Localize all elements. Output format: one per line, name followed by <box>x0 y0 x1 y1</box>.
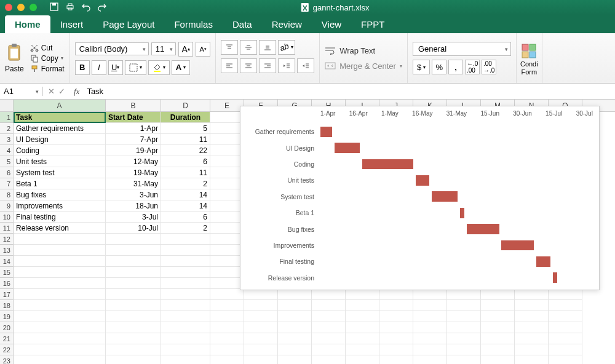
select-all-corner[interactable] <box>0 100 14 112</box>
cell[interactable] <box>106 234 161 245</box>
merge-center-button[interactable]: Merge & Center▾ <box>325 61 402 71</box>
cell[interactable] <box>379 300 413 311</box>
redo-icon[interactable] <box>97 2 107 14</box>
cell[interactable] <box>210 189 244 200</box>
cell[interactable]: Release version <box>14 223 106 234</box>
cell[interactable] <box>312 289 346 300</box>
cell[interactable]: Final testing <box>14 212 106 223</box>
decrease-indent-button[interactable] <box>278 58 295 73</box>
cell[interactable] <box>210 112 244 123</box>
cell[interactable] <box>210 300 244 311</box>
row-header-13[interactable]: 13 <box>0 245 14 256</box>
row-header-14[interactable]: 14 <box>0 256 14 267</box>
cell[interactable] <box>106 245 161 256</box>
cell[interactable]: 11 <box>161 134 210 145</box>
print-icon[interactable] <box>65 2 75 14</box>
cell[interactable] <box>210 123 244 134</box>
cell[interactable]: Coding <box>14 145 106 156</box>
cell[interactable] <box>161 289 210 300</box>
cell[interactable]: Gather requirements <box>14 123 106 134</box>
cell[interactable]: UI Design <box>14 134 106 145</box>
cell[interactable] <box>515 300 549 311</box>
currency-button[interactable]: $▾ <box>413 60 430 74</box>
cell[interactable] <box>210 267 244 278</box>
cell[interactable]: 3-Jun <box>106 189 161 200</box>
cell[interactable] <box>210 322 244 333</box>
cell[interactable] <box>210 167 244 178</box>
increase-font-button[interactable]: A▴ <box>178 42 193 57</box>
wrap-text-button[interactable]: Wrap Text <box>325 46 402 55</box>
cell[interactable] <box>278 289 312 300</box>
cell[interactable] <box>210 145 244 156</box>
fill-color-button[interactable]: ▾ <box>148 60 170 75</box>
cell[interactable] <box>278 300 312 311</box>
chart-bar[interactable] <box>553 272 558 283</box>
cell[interactable] <box>161 267 210 278</box>
cell[interactable] <box>346 333 379 344</box>
save-icon[interactable] <box>49 2 59 14</box>
cell[interactable] <box>14 267 106 278</box>
cell[interactable] <box>278 311 312 322</box>
row-header-18[interactable]: 18 <box>0 300 14 311</box>
cell[interactable] <box>413 333 447 344</box>
tab-insert[interactable]: Insert <box>50 15 93 33</box>
cell[interactable] <box>312 322 346 333</box>
cell[interactable] <box>106 311 161 322</box>
cell[interactable] <box>447 289 481 300</box>
cell[interactable] <box>161 322 210 333</box>
cell[interactable]: 5 <box>161 123 210 134</box>
cell[interactable]: Improvements <box>14 200 106 212</box>
cell[interactable] <box>14 300 106 311</box>
bold-button[interactable]: B <box>75 60 90 75</box>
cancel-formula-icon[interactable]: ✕ <box>48 87 55 96</box>
cell[interactable] <box>106 333 161 344</box>
border-button[interactable]: ▾ <box>125 60 146 75</box>
cell[interactable] <box>312 344 346 355</box>
cell[interactable] <box>161 300 210 311</box>
cell[interactable] <box>244 355 278 364</box>
chart-bar[interactable] <box>416 175 430 186</box>
cell[interactable] <box>413 355 447 364</box>
cell[interactable] <box>549 355 582 364</box>
cell[interactable] <box>447 311 481 322</box>
cell[interactable] <box>106 278 161 289</box>
cell[interactable]: 6 <box>161 212 210 223</box>
row-header-10[interactable]: 10 <box>0 212 14 223</box>
cell[interactable] <box>244 300 278 311</box>
row-header-3[interactable]: 3 <box>0 134 14 145</box>
cell[interactable] <box>106 256 161 267</box>
row-header-22[interactable]: 22 <box>0 344 14 355</box>
cell[interactable] <box>161 355 210 364</box>
enter-formula-icon[interactable]: ✓ <box>58 87 65 96</box>
cell[interactable] <box>515 289 549 300</box>
cell[interactable] <box>379 355 413 364</box>
cell[interactable] <box>161 234 210 245</box>
row-header-20[interactable]: 20 <box>0 322 14 333</box>
cell[interactable]: 7-Apr <box>106 134 161 145</box>
cell[interactable] <box>278 322 312 333</box>
column-header-A[interactable]: A <box>14 100 106 111</box>
row-header-8[interactable]: 8 <box>0 189 14 200</box>
cell[interactable] <box>14 311 106 322</box>
cell[interactable]: 31-May <box>106 178 161 189</box>
cell[interactable] <box>515 311 549 322</box>
cell[interactable] <box>14 344 106 355</box>
cell[interactable] <box>210 245 244 256</box>
cell[interactable] <box>244 322 278 333</box>
cell[interactable] <box>447 300 481 311</box>
row-header-9[interactable]: 9 <box>0 200 14 212</box>
row-header-2[interactable]: 2 <box>0 123 14 134</box>
chart-bar[interactable] <box>432 191 458 202</box>
align-middle-button[interactable] <box>240 40 257 55</box>
align-center-button[interactable] <box>240 58 257 73</box>
font-color-button[interactable]: A▾ <box>172 60 190 75</box>
cell[interactable] <box>161 245 210 256</box>
chart-bar[interactable] <box>362 159 413 170</box>
cell[interactable]: 19-May <box>106 167 161 178</box>
cell[interactable] <box>14 333 106 344</box>
cell[interactable] <box>278 333 312 344</box>
cell[interactable] <box>312 333 346 344</box>
cell[interactable]: Unit tests <box>14 156 106 167</box>
cell[interactable]: 6 <box>161 156 210 167</box>
cell[interactable] <box>379 344 413 355</box>
